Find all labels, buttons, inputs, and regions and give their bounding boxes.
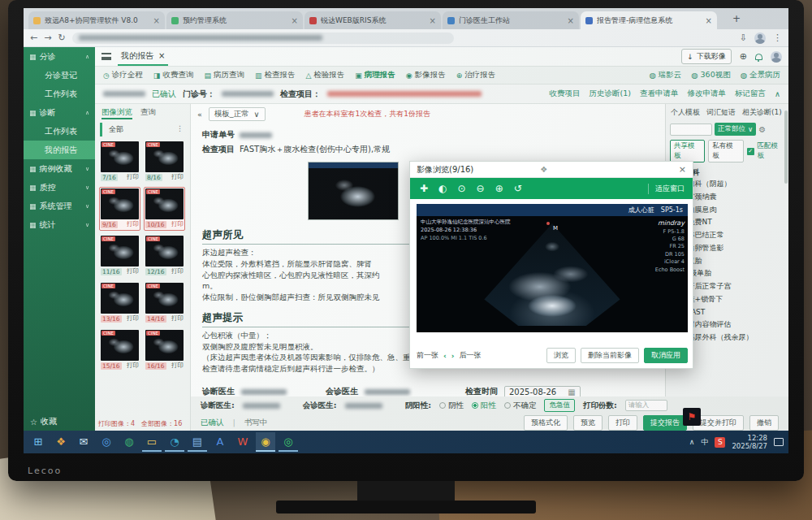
tab-close-icon[interactable]: × xyxy=(153,16,160,25)
thumbnail-card[interactable]: CINE 16/16 打印 xyxy=(144,328,185,372)
prev-arrow-icon[interactable]: ‹ xyxy=(443,352,447,360)
thumbnail-image[interactable]: CINE xyxy=(101,188,139,219)
tab-close-icon[interactable]: × xyxy=(706,16,712,25)
next-arrow-icon[interactable]: › xyxy=(451,352,455,360)
report-image-thumbnail[interactable] xyxy=(308,162,399,220)
browser-menu-icon[interactable]: ⋮ xyxy=(773,32,782,43)
thumbnail-image[interactable]: CINE xyxy=(145,283,184,314)
module-link[interactable]: ▤ 病历查询 xyxy=(204,70,244,80)
thumbnail-image[interactable]: CINE xyxy=(145,236,184,266)
copies-input[interactable]: 请输入 xyxy=(625,400,667,411)
dialog-footer-button[interactable]: 取消应用 xyxy=(644,348,688,363)
taskbar-app-icon[interactable]: ◎ xyxy=(279,432,298,452)
taskbar-app-icon[interactable]: ▤ xyxy=(188,432,207,452)
module-link[interactable]: ◷ 诊疗全程 xyxy=(103,70,143,80)
sidebar-item[interactable]: 工作列表 xyxy=(24,84,95,103)
thumbnail-print-link[interactable]: 打印 xyxy=(171,314,184,323)
thumbnail-image[interactable]: CINE xyxy=(101,283,139,314)
taskbar-app-icon[interactable]: W xyxy=(233,432,253,452)
taskbar-app-icon[interactable]: ◎ xyxy=(97,432,116,452)
sidebar-item[interactable]: ▦ 统计 ∨ xyxy=(24,215,95,234)
tab-close-icon[interactable]: × xyxy=(292,16,298,25)
user-avatar[interactable] xyxy=(771,51,782,63)
header-action-link[interactable]: 查看申请单 xyxy=(640,89,679,99)
viewer-tool-icon[interactable]: ⊙ xyxy=(458,183,466,194)
thumb-panel-tab[interactable]: 查询 xyxy=(140,107,156,119)
taskbar-app-icon[interactable]: ⊞ xyxy=(28,432,48,452)
thumbnail-print-link[interactable]: 打印 xyxy=(171,220,184,228)
thumbnail-image[interactable]: CINE xyxy=(101,141,139,172)
thumbnail-print-link[interactable]: 打印 xyxy=(127,267,139,275)
url-bar[interactable] xyxy=(72,32,454,44)
cloud-service-link[interactable]: ◍ 瑞影云 xyxy=(649,70,681,80)
bell-icon[interactable] xyxy=(755,54,762,60)
collapse-caret-icon[interactable]: ∧ xyxy=(775,89,780,98)
taskbar-app-icon[interactable]: ✉ xyxy=(74,432,93,452)
cloud-service-link[interactable]: ◍ 全景病历 xyxy=(741,70,780,80)
reload-icon[interactable]: ↻ xyxy=(58,32,65,43)
module-link[interactable]: ◉ 影像报告 xyxy=(406,70,446,80)
thumbnail-print-link[interactable]: 打印 xyxy=(127,362,139,370)
viewer-tool-icon[interactable]: ✚ xyxy=(420,183,428,194)
template-scope-tab[interactable]: 私有模板 xyxy=(708,140,743,162)
tray-caret-icon[interactable]: ∧ xyxy=(689,438,695,446)
sidebar-item[interactable]: ▦ 分诊 ∧ xyxy=(24,47,95,66)
thumbnail-card[interactable]: CINE 15/16 打印 xyxy=(99,328,140,372)
scrollbar[interactable] xyxy=(784,110,788,184)
new-tab-button[interactable]: + xyxy=(728,11,745,27)
viewer-tool-icon[interactable]: ◐ xyxy=(438,183,447,194)
critical-value-badge[interactable]: 危急值 xyxy=(544,399,575,412)
download-tray-icon[interactable]: ⇩ xyxy=(740,32,747,43)
taskbar-app-icon[interactable]: ❖ xyxy=(51,432,71,452)
viewer-tool-icon[interactable]: ↺ xyxy=(514,183,522,194)
thumbnail-card[interactable]: CINE 13/16 打印 xyxy=(99,281,140,325)
browser-tab[interactable]: 门诊医生工作站 × xyxy=(443,11,579,29)
footer-action-button[interactable]: 预格式化 xyxy=(524,415,568,431)
radio-positive[interactable]: 阳性 xyxy=(472,401,496,411)
magnifier-icon[interactable]: ⊕ xyxy=(740,51,747,62)
template-select[interactable]: 模板_正常 ∨ xyxy=(209,107,266,121)
taskbar-app-icon[interactable]: A xyxy=(210,432,230,452)
thumb-panel-tab[interactable]: 图像浏览 xyxy=(102,107,132,119)
footer-action-button[interactable]: 预览 xyxy=(573,415,603,431)
taskbar-clock[interactable]: 12:28 2025/8/27 xyxy=(732,434,767,450)
move-handle-icon[interactable]: ❖ xyxy=(540,165,547,174)
template-panel-tab[interactable]: 相关诊断(1) xyxy=(742,107,782,118)
tab-close-icon[interactable]: × xyxy=(430,16,436,25)
thumbnail-image[interactable]: CINE xyxy=(101,236,139,266)
thumbnail-card[interactable]: CINE 9/16 打印 xyxy=(99,187,140,231)
template-scope-tab[interactable]: 共享模板 xyxy=(670,140,705,162)
viewer-tool-icon[interactable]: ⊖ xyxy=(477,183,485,194)
header-action-link[interactable]: 历史诊断(1) xyxy=(590,89,631,99)
header-action-link[interactable]: 修改申请单 xyxy=(688,89,727,99)
ime-lang-indicator[interactable]: 中 xyxy=(701,437,708,448)
sidebar-item[interactable]: ▦ 系统管理 ∨ xyxy=(24,197,95,215)
ultrasound-image[interactable]: 成人心脏 SP5-1s 中山大学孙逸仙纪念医院深汕中心医院 2025-08-26… xyxy=(417,204,688,332)
fit-window-button[interactable]: 适应窗口 xyxy=(648,184,685,194)
sidebar-favorite[interactable]: ☆ 收藏 xyxy=(24,416,95,427)
module-link[interactable]: ▣ 病理报告 xyxy=(355,70,395,80)
prev-label[interactable]: 前一张 xyxy=(417,350,438,361)
thumbnail-print-link[interactable]: 打印 xyxy=(127,220,139,228)
cloud-service-link[interactable]: ◍ 360视图 xyxy=(691,70,730,80)
tab-close-icon[interactable]: × xyxy=(568,16,574,25)
notification-center-icon[interactable] xyxy=(774,438,784,446)
match-checkbox[interactable]: ✓ xyxy=(747,148,754,155)
module-link[interactable]: △ 检验报告 xyxy=(305,70,344,80)
thumbnail-image[interactable]: CINE xyxy=(145,330,184,361)
thumbnail-print-link[interactable]: 打印 xyxy=(171,362,184,370)
footer-action-button[interactable]: 撤销 xyxy=(749,415,779,431)
page-tab-close-icon[interactable]: × xyxy=(158,51,165,60)
thumbnail-image[interactable]: CINE xyxy=(101,330,139,361)
radio-uncertain[interactable]: 不确定 xyxy=(504,401,537,411)
taskbar-app-icon[interactable]: ◔ xyxy=(165,432,184,452)
thumbnail-print-link[interactable]: 打印 xyxy=(127,173,139,181)
download-images-button[interactable]: ↓ 下载彩像 xyxy=(681,49,732,64)
module-link[interactable]: ▥ 检查报告 xyxy=(255,70,296,80)
module-link[interactable]: ⊕ 治疗报告 xyxy=(456,70,496,80)
header-action-link[interactable]: 收费项目 xyxy=(550,89,581,99)
footer-action-button[interactable]: 提交报告 xyxy=(643,415,687,431)
thumbnail-card[interactable]: CINE 7/16 打印 xyxy=(99,140,140,184)
thumbnail-card[interactable]: CINE 8/16 打印 xyxy=(144,140,185,184)
template-panel-tab[interactable]: 个人模板 xyxy=(671,107,700,118)
